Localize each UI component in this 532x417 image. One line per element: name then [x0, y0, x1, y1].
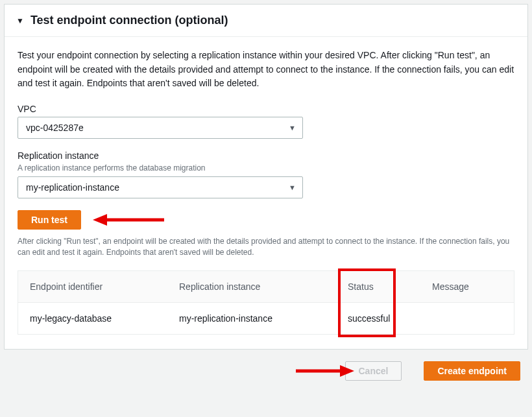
td-endpoint: my-legacy-database	[18, 303, 167, 334]
run-test-row: Run test	[18, 210, 514, 230]
footer-arrow	[296, 363, 354, 379]
replication-field: Replication instance A replication insta…	[18, 150, 514, 198]
vpc-select[interactable]: vpc-0425287e ▼	[18, 117, 303, 139]
td-status: successful	[336, 303, 420, 334]
table-row: my-legacy-database my-replication-instan…	[18, 303, 514, 334]
td-replication: my-replication-instance	[167, 303, 336, 334]
replication-select[interactable]: my-replication-instance ▼	[18, 176, 303, 198]
th-replication: Replication instance	[167, 271, 336, 302]
run-test-button[interactable]: Run test	[18, 210, 81, 230]
create-endpoint-button[interactable]: Create endpoint	[424, 361, 520, 381]
replication-help: A replication instance performs the data…	[18, 163, 514, 173]
svg-marker-3	[340, 365, 354, 377]
th-message: Message	[420, 271, 514, 302]
svg-marker-1	[93, 214, 107, 226]
td-message	[420, 308, 514, 329]
footer-actions: Cancel Create endpoint	[0, 350, 532, 381]
arrow-right-icon	[296, 363, 354, 379]
caret-down-icon: ▼	[16, 16, 24, 25]
panel-header[interactable]: ▼ Test endpoint connection (optional)	[5, 5, 527, 37]
results-table: Endpoint identifier Replication instance…	[18, 270, 514, 335]
replication-value: my-replication-instance	[26, 182, 119, 193]
chevron-down-icon: ▼	[289, 184, 296, 191]
vpc-field: VPC vpc-0425287e ▼	[18, 104, 514, 139]
panel-body: Test your endpoint connection by selecti…	[5, 37, 527, 349]
table-header-row: Endpoint identifier Replication instance…	[18, 271, 514, 303]
th-endpoint: Endpoint identifier	[18, 271, 167, 302]
vpc-value: vpc-0425287e	[26, 123, 84, 133]
th-status: Status	[336, 271, 420, 302]
replication-label: Replication instance	[18, 150, 514, 161]
test-connection-panel: ▼ Test endpoint connection (optional) Te…	[4, 4, 528, 350]
vpc-label: VPC	[18, 104, 514, 114]
panel-title: Test endpoint connection (optional)	[30, 14, 228, 27]
arrow-left-icon	[93, 212, 164, 228]
run-test-help: After clicking "Run test", an endpoint w…	[18, 236, 514, 259]
chevron-down-icon: ▼	[289, 124, 296, 132]
intro-text: Test your endpoint connection by selecti…	[18, 49, 514, 91]
